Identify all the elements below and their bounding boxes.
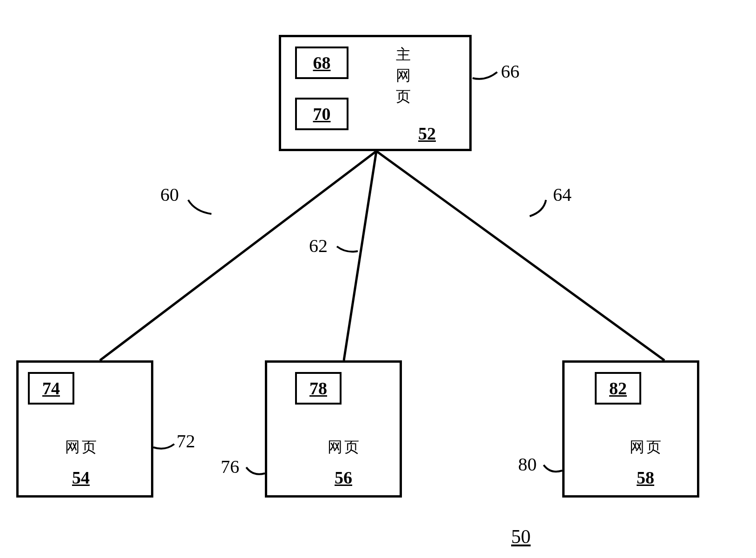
svg-line-2: [376, 151, 664, 360]
callout-64: 64: [553, 184, 572, 206]
child-page-ref: 56: [335, 467, 352, 488]
child-page-label: 网页: [65, 437, 99, 458]
inner-box-74: 74: [28, 372, 74, 405]
callout-76: 76: [221, 456, 239, 478]
callout-60: 60: [160, 184, 179, 206]
inner-box-label: 68: [313, 53, 331, 73]
figure-reference: 50: [511, 525, 531, 548]
callout-66: 66: [501, 60, 519, 82]
child-page-node-3: 82 网页 58: [562, 360, 699, 498]
svg-line-1: [344, 151, 376, 360]
inner-box-label: 74: [42, 378, 60, 399]
inner-box-68: 68: [295, 46, 348, 79]
inner-box-78: 78: [295, 372, 342, 405]
main-page-node: 68 70 主 网 页 52: [279, 35, 472, 151]
inner-box-label: 70: [313, 104, 331, 124]
callout-80: 80: [518, 453, 537, 475]
child-page-node-2: 78 网页 56: [265, 360, 402, 498]
main-page-ref: 52: [418, 123, 436, 144]
child-page-ref: 54: [72, 467, 90, 488]
child-page-label: 网页: [630, 437, 663, 458]
inner-box-label: 82: [609, 378, 627, 399]
inner-box-label: 78: [309, 378, 327, 399]
inner-box-82: 82: [595, 372, 641, 405]
child-page-ref: 58: [637, 467, 654, 488]
main-page-label: 主 网 页: [395, 44, 414, 106]
child-page-node-1: 74 网页 54: [16, 360, 153, 498]
callout-72: 72: [177, 430, 195, 452]
inner-box-70: 70: [295, 98, 348, 130]
svg-line-0: [100, 151, 376, 360]
child-page-label: 网页: [328, 437, 361, 458]
callout-62: 62: [309, 235, 328, 257]
